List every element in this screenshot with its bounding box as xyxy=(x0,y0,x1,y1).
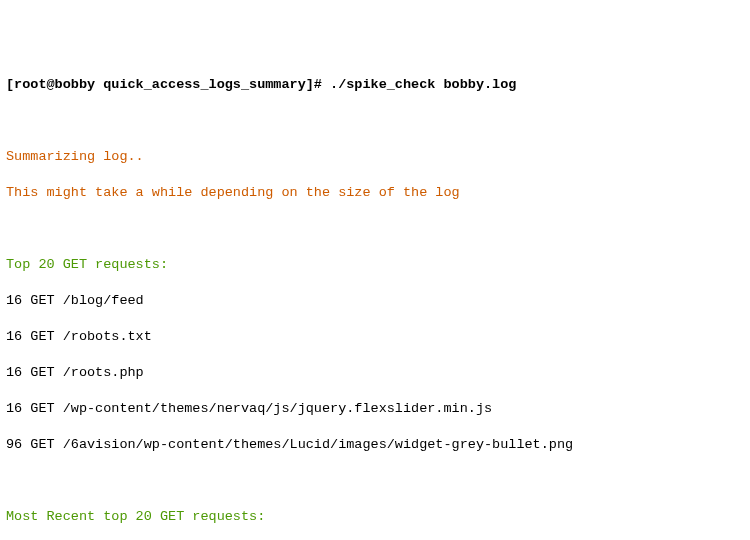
log-line: 96 GET /6avision/wp-content/themes/Lucid… xyxy=(6,436,744,454)
section-header-top-get: Top 20 GET requests: xyxy=(6,256,744,274)
log-line: 16 GET /wp-content/themes/nervaq/js/jque… xyxy=(6,400,744,418)
section-header-recent-get: Most Recent top 20 GET requests: xyxy=(6,508,744,526)
log-line: 16 GET /robots.txt xyxy=(6,328,744,346)
shell-prompt: [root@bobby quick_access_logs_summary]# … xyxy=(6,76,744,94)
blank-line xyxy=(6,472,744,490)
log-line: 16 GET /roots.php xyxy=(6,364,744,382)
blank-line xyxy=(6,112,744,130)
log-line: 16 GET /blog/feed xyxy=(6,292,744,310)
blank-line xyxy=(6,220,744,238)
summary-line-2: This might take a while depending on the… xyxy=(6,184,744,202)
summary-line-1: Summarizing log.. xyxy=(6,148,744,166)
